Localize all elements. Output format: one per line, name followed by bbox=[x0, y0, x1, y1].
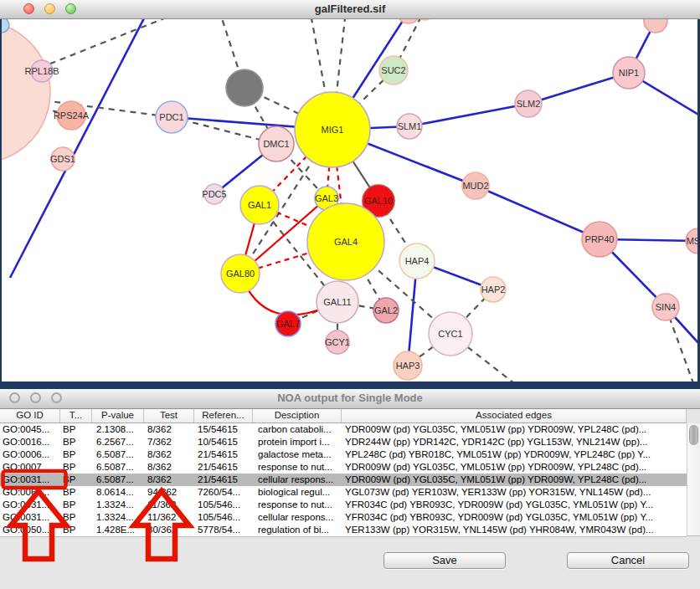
node-label: PDC5 bbox=[202, 189, 226, 199]
cell-p_value: 6.2567... bbox=[92, 436, 144, 448]
cancel-button[interactable]: Cancel bbox=[567, 552, 689, 569]
node-label: RPL18B bbox=[25, 66, 59, 76]
cell-description: cellular respons... bbox=[253, 511, 342, 524]
cell-reference: 21/54615 bbox=[194, 461, 253, 474]
window-title: galFiltered.sif bbox=[0, 3, 700, 15]
cell-test: 8/362 bbox=[144, 461, 194, 474]
cell-go_id: GO:0031... bbox=[0, 499, 60, 511]
cell-p_value: 6.5087... bbox=[92, 461, 144, 474]
cell-test: 7/362 bbox=[144, 436, 194, 448]
node-label: GAL11 bbox=[323, 297, 351, 307]
column-header-6[interactable]: Associated edges bbox=[342, 409, 687, 423]
cell-go_id: GO:0031... bbox=[0, 474, 60, 486]
node-label: SLM2 bbox=[517, 99, 541, 109]
cell-test: 11/362 bbox=[144, 511, 194, 524]
cell-description: regulation of bi... bbox=[253, 524, 342, 536]
table-row[interactable]: GO:0031...BP1.3324...11/362105/546...cel… bbox=[0, 511, 687, 524]
network-svg: RPL18BRPS24AGDS1PDC1DMC1MIG1SUC2SLM1SLM2… bbox=[2, 18, 697, 382]
cell-description: cellular respons... bbox=[253, 474, 342, 486]
table-row[interactable]: GO:0065...BP8.0614...94/3627260/54...bio… bbox=[0, 486, 687, 499]
cell-test: 80/362 bbox=[144, 524, 194, 536]
cell-type: BP bbox=[60, 499, 92, 511]
cell-associated_edges: YDR244W (pp) YDR142C, YDR142C (pp) YGL15… bbox=[342, 436, 687, 448]
table-header: GO IDT...P-valueTestReferen...Desciption… bbox=[0, 409, 687, 423]
node-label: GAL80 bbox=[226, 269, 255, 279]
cell-type: BP bbox=[60, 486, 92, 499]
cell-go_id: GO:0065... bbox=[0, 486, 60, 499]
cell-test: 94/362 bbox=[144, 486, 194, 499]
node-gray[interactable] bbox=[226, 69, 263, 106]
cell-reference: 15/54615 bbox=[194, 423, 253, 436]
cell-description: response to nut... bbox=[253, 499, 342, 511]
node-label: MSL1 bbox=[687, 236, 697, 246]
column-header-0[interactable]: GO ID bbox=[0, 409, 60, 423]
table-row[interactable]: GO:0045...BP2.1308...8/36215/54615carbon… bbox=[0, 423, 687, 436]
table-body: GO:0045...BP2.1308...8/36215/54615carbon… bbox=[0, 423, 687, 537]
node-label: MUD2 bbox=[462, 181, 488, 191]
cell-associated_edges: YPL248C (pd) YBR018C, YML051W (pp) YDR00… bbox=[342, 448, 687, 461]
column-header-4[interactable]: Referen... bbox=[194, 409, 253, 423]
cell-associated_edges: YFR034C (pd) YBR093C, YDR009W (pd) YGL03… bbox=[342, 511, 687, 524]
cell-go_id: GO:0050... bbox=[0, 524, 60, 536]
cell-p_value: 1.3324... bbox=[92, 511, 144, 524]
table-row[interactable]: GO:0006...BP6.5087...8/36221/54615galact… bbox=[0, 448, 687, 461]
cell-reference: 10/54615 bbox=[194, 436, 253, 448]
node-label: HAP2 bbox=[481, 284, 506, 294]
network-window: galFiltered.sif RPL18BRPS24AGDS1PDC1DMC1… bbox=[0, 0, 700, 389]
cell-go_id: GO:0031... bbox=[0, 511, 60, 524]
node-label: NIP1 bbox=[619, 68, 639, 78]
node-label: HAP3 bbox=[396, 361, 420, 371]
column-header-3[interactable]: Test bbox=[144, 409, 194, 423]
cell-type: BP bbox=[60, 436, 92, 448]
node-label: GAL4 bbox=[334, 237, 358, 247]
cell-associated_edges: YGL073W (pd) YER103W, YER133W (pp) YOR31… bbox=[342, 486, 687, 499]
cell-test: 8/362 bbox=[144, 448, 194, 461]
cell-type: BP bbox=[60, 461, 92, 474]
column-header-1[interactable]: T... bbox=[60, 409, 92, 423]
cell-go_id: GO:0007... bbox=[0, 461, 60, 474]
cell-type: BP bbox=[60, 448, 92, 461]
network-edge[interactable] bbox=[476, 186, 600, 239]
noa-titlebar[interactable]: NOA output for Single Mode bbox=[0, 389, 700, 409]
column-header-2[interactable]: P-value bbox=[92, 409, 144, 423]
cell-p_value: 1.428E... bbox=[92, 524, 144, 536]
table-row[interactable]: GO:0031...BP1.3324...11/362105/546...res… bbox=[0, 499, 687, 511]
cell-type: BP bbox=[60, 511, 92, 524]
scrollbar-thumb[interactable] bbox=[689, 425, 698, 445]
node-label: SUC2 bbox=[381, 65, 405, 75]
node-label: PRP40 bbox=[585, 234, 615, 244]
cell-p_value: 8.0614... bbox=[92, 486, 144, 499]
node-label: GAL7 bbox=[276, 319, 300, 329]
table-row[interactable]: GO:0031...BP6.5087...8/36221/54615cellul… bbox=[0, 474, 687, 486]
network-titlebar[interactable]: galFiltered.sif bbox=[0, 0, 700, 19]
cell-type: BP bbox=[60, 423, 92, 436]
table-row[interactable]: GO:0007...BP6.5087...8/36221/54615respon… bbox=[0, 461, 687, 474]
network-edge[interactable] bbox=[409, 104, 528, 126]
cell-associated_edges: YDR009W (pd) YGL035C, YML051W (pp) YDR00… bbox=[342, 461, 687, 474]
cell-reference: 21/54615 bbox=[194, 448, 253, 461]
node-label: SIN4 bbox=[656, 302, 676, 312]
node-label: GCY1 bbox=[325, 337, 350, 347]
cell-associated_edges: YDR009W (pd) YGL035C, YML051W (pp) YDR00… bbox=[342, 474, 687, 486]
node-label: SLM1 bbox=[398, 121, 422, 131]
network-canvas[interactable]: RPL18BRPS24AGDS1PDC1DMC1MIG1SUC2SLM1SLM2… bbox=[2, 18, 697, 382]
node-label: MIG1 bbox=[322, 125, 344, 135]
save-button[interactable]: Save bbox=[383, 552, 506, 569]
cell-description: galactose meta... bbox=[253, 448, 342, 461]
cell-test: 11/362 bbox=[144, 499, 194, 511]
node-label: PDC1 bbox=[159, 112, 183, 122]
node-trpink[interactable] bbox=[644, 18, 667, 33]
cell-p_value: 6.5087... bbox=[92, 448, 144, 461]
cell-description: biological regul... bbox=[253, 486, 342, 499]
table-row[interactable]: GO:0050...BP1.428E...80/3625778/54...reg… bbox=[0, 524, 687, 536]
cell-description: carbon cataboli... bbox=[253, 423, 342, 436]
column-header-5[interactable]: Desciption bbox=[253, 409, 342, 423]
cell-reference: 105/546... bbox=[194, 511, 253, 524]
node-label: GAL10 bbox=[364, 196, 393, 206]
table-row[interactable]: GO:0016...BP6.2567...7/36210/54615protei… bbox=[0, 436, 687, 448]
node-label: DMC1 bbox=[263, 139, 289, 149]
vertical-scrollbar[interactable] bbox=[687, 423, 700, 536]
node-bigleft[interactable] bbox=[2, 21, 50, 163]
network-frame: RPL18BRPS24AGDS1PDC1DMC1MIG1SUC2SLM1SLM2… bbox=[0, 18, 700, 389]
cell-type: BP bbox=[60, 524, 92, 536]
